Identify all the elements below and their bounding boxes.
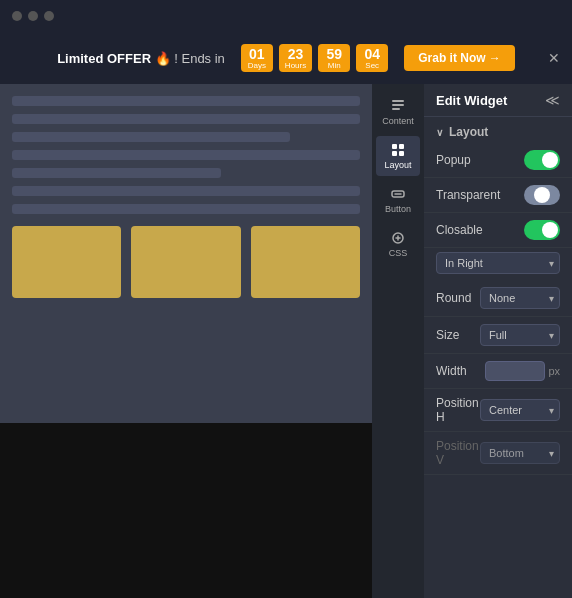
transparent-row: Transparent [424, 178, 572, 213]
sidebar-item-button[interactable]: Button [376, 180, 420, 220]
position-v-select[interactable]: Bottom Top Middle [480, 442, 560, 464]
skeleton-img-2 [131, 226, 240, 298]
svg-rect-4 [399, 144, 404, 149]
canvas-area [0, 84, 372, 598]
close-icon[interactable]: ✕ [548, 50, 560, 66]
edit-panel: Edit Widget ≪ ∨ Layout Popup Transparent… [424, 84, 572, 598]
countdown-sec: 04 Sec [356, 44, 388, 73]
main-area: Content Layout Button [0, 84, 572, 598]
countdown-days: 01 Days [241, 44, 273, 73]
css-icon [390, 230, 406, 246]
button-icon [390, 186, 406, 202]
popup-row: Popup [424, 143, 572, 178]
countdown-timer: 01 Days 23 Hours 59 Min 04 Sec [241, 44, 388, 73]
width-label: Width [436, 364, 467, 378]
closable-toggle[interactable] [524, 220, 560, 240]
position-select-wrapper: In Right In Left In Center [436, 252, 560, 274]
position-h-select-wrapper: Center Left Right [480, 399, 560, 421]
skeleton-line-7 [12, 204, 360, 214]
width-row: Width px [424, 354, 572, 389]
popup-label: Popup [436, 153, 471, 167]
svg-rect-1 [392, 104, 404, 106]
title-bar [0, 0, 572, 32]
content-icon [390, 98, 406, 114]
fire-emoji: 🔥 [155, 51, 171, 66]
skeleton-line-6 [12, 186, 360, 196]
skeleton-line-3 [12, 132, 290, 142]
window-dot-1 [12, 11, 22, 21]
sidebar: Content Layout Button [372, 84, 572, 598]
panel-header: Edit Widget ≪ [424, 84, 572, 117]
round-row: Round None Small Medium Large [424, 280, 572, 317]
size-select-wrapper: Full Half Auto [480, 324, 560, 346]
skeleton-img-3 [251, 226, 360, 298]
countdown-min: 59 Min [318, 44, 350, 73]
canvas-dark-area [0, 423, 372, 598]
skeleton-line-1 [12, 96, 360, 106]
transparent-toggle[interactable] [524, 185, 560, 205]
size-select[interactable]: Full Half Auto [480, 324, 560, 346]
position-h-label: Position H [436, 396, 480, 424]
panel-collapse-icon[interactable]: ≪ [545, 92, 560, 108]
panel-title: Edit Widget [436, 93, 507, 108]
position-h-row: Position H Center Left Right [424, 389, 572, 432]
sidebar-item-content[interactable]: Content [376, 92, 420, 132]
svg-rect-2 [392, 108, 400, 110]
svg-rect-6 [399, 151, 404, 156]
layout-icon [390, 142, 406, 158]
offer-label: Limited OFFER [57, 51, 151, 66]
section-label: Layout [449, 125, 488, 139]
window-dot-3 [44, 11, 54, 21]
position-v-row: Position V Bottom Top Middle [424, 432, 572, 475]
size-row: Size Full Half Auto [424, 317, 572, 354]
svg-rect-0 [392, 100, 404, 102]
skeleton-line-2 [12, 114, 360, 124]
skeleton-line-4 [12, 150, 360, 160]
window-dot-2 [28, 11, 38, 21]
svg-rect-3 [392, 144, 397, 149]
size-label: Size [436, 328, 459, 342]
closable-label: Closable [436, 223, 483, 237]
skeleton-img-1 [12, 226, 121, 298]
transparent-label: Transparent [436, 188, 500, 202]
ends-in-label: ! Ends in [174, 51, 225, 66]
grab-button[interactable]: Grab it Now → [404, 45, 515, 71]
svg-rect-5 [392, 151, 397, 156]
section-chevron-icon: ∨ [436, 127, 443, 138]
width-input-group: px [485, 361, 560, 381]
width-unit: px [548, 365, 560, 377]
position-v-label: Position V [436, 439, 480, 467]
countdown-hours: 23 Hours [279, 44, 312, 73]
layout-section-header: ∨ Layout [424, 117, 572, 143]
position-select-row: In Right In Left In Center [424, 248, 572, 280]
sidebar-item-css[interactable]: CSS [376, 224, 420, 264]
width-input[interactable] [485, 361, 545, 381]
sidebar-icon-nav: Content Layout Button [372, 84, 424, 598]
position-h-select[interactable]: Center Left Right [480, 399, 560, 421]
round-label: Round [436, 291, 471, 305]
sidebar-item-layout[interactable]: Layout [376, 136, 420, 176]
popup-toggle[interactable] [524, 150, 560, 170]
position-v-select-wrapper: Bottom Top Middle [480, 442, 560, 464]
position-select[interactable]: In Right In Left In Center [436, 252, 560, 274]
promo-banner: Limited OFFER 🔥 ! Ends in 01 Days 23 Hou… [0, 32, 572, 84]
skeleton-images [12, 226, 360, 298]
round-select-wrapper: None Small Medium Large [480, 287, 560, 309]
closable-row: Closable [424, 213, 572, 248]
skeleton-line-5 [12, 168, 221, 178]
round-select[interactable]: None Small Medium Large [480, 287, 560, 309]
banner-text: Limited OFFER 🔥 ! Ends in [57, 51, 225, 66]
